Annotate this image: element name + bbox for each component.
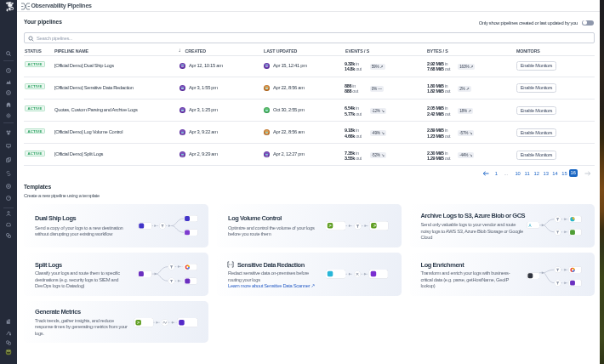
- svg-text:>: >: [328, 223, 331, 228]
- svg-text:A: A: [528, 224, 531, 228]
- svg-text:>: >: [373, 223, 376, 228]
- svg-text:>: >: [137, 320, 140, 325]
